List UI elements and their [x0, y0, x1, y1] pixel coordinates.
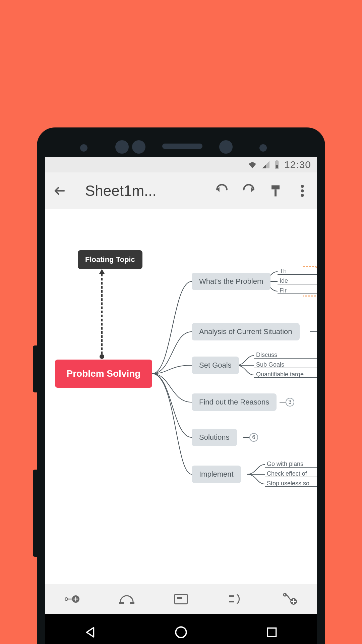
clock-text: 12:30	[284, 159, 311, 170]
node-leaf[interactable]: Discuss	[256, 352, 277, 359]
mindmap-canvas[interactable]: Floating Topic Problem Solving What's th…	[45, 209, 317, 584]
node-branch[interactable]: Solutions	[192, 429, 237, 446]
phone-sensors	[45, 136, 317, 157]
more-menu-button[interactable]	[293, 181, 312, 200]
document-title: Sheet1m...	[85, 182, 157, 199]
redo-button[interactable]	[239, 181, 258, 200]
wifi-icon	[248, 161, 257, 168]
phone-power-button	[33, 345, 37, 392]
collapsed-count-badge[interactable]: 3	[286, 398, 294, 407]
svg-rect-24	[175, 594, 187, 604]
signal-icon	[261, 161, 269, 168]
node-branch[interactable]: Implement	[192, 466, 241, 483]
collapsed-count-badge[interactable]: 6	[249, 433, 258, 442]
node-label: Problem Solving	[67, 368, 141, 379]
node-branch[interactable]: What's the Problem	[192, 273, 270, 290]
node-label: Floating Topic	[85, 255, 135, 264]
svg-point-7	[301, 194, 304, 197]
node-label: Analysis of Current Situation	[199, 327, 292, 336]
relationship-line[interactable]	[101, 274, 103, 354]
relationship-arrowhead	[99, 269, 105, 274]
add-summary-button[interactable]	[226, 590, 245, 608]
relationship-endpoint	[100, 354, 104, 359]
add-relationship-button[interactable]	[117, 590, 136, 608]
svg-rect-25	[177, 597, 182, 599]
phone-volume-button	[33, 470, 37, 557]
node-label: Implement	[199, 470, 234, 479]
node-leaf[interactable]: Sub Goals	[256, 361, 284, 368]
summary-bracket[interactable]	[303, 266, 317, 297]
svg-point-6	[301, 190, 304, 193]
node-branch[interactable]: Set Goals	[192, 357, 239, 374]
node-label: Set Goals	[199, 361, 232, 370]
nav-home-button[interactable]	[172, 623, 190, 642]
screen: 12:30 Sheet1m...	[45, 157, 317, 614]
node-leaf[interactable]: Fir	[280, 287, 287, 294]
node-label: Solutions	[199, 433, 230, 442]
node-label: What's the Problem	[199, 277, 263, 286]
node-floating-topic[interactable]: Floating Topic	[78, 250, 142, 269]
android-nav-bar	[45, 614, 317, 644]
node-root[interactable]: Problem Solving	[55, 360, 152, 388]
add-subtopic-button[interactable]	[63, 590, 81, 608]
battery-icon	[274, 160, 280, 169]
phone-frame: 12:30 Sheet1m...	[37, 127, 325, 644]
node-label: Find out the Reasons	[199, 398, 269, 407]
svg-rect-26	[229, 595, 234, 597]
nav-recent-button[interactable]	[262, 623, 281, 642]
svg-rect-23	[130, 602, 134, 604]
badge-count: 6	[252, 434, 255, 440]
app-bar: Sheet1m...	[45, 172, 317, 209]
svg-point-30	[176, 627, 186, 638]
svg-rect-27	[229, 601, 234, 602]
nav-back-button[interactable]	[81, 623, 100, 642]
undo-button[interactable]	[213, 181, 231, 200]
node-branch[interactable]: Analysis of Current Situation	[192, 323, 300, 340]
svg-rect-3	[272, 185, 280, 190]
bottom-toolbar	[45, 584, 317, 614]
node-leaf[interactable]: Quantifiable targe	[256, 371, 304, 378]
svg-rect-22	[119, 602, 124, 604]
node-leaf[interactable]: Stop useless so	[267, 480, 309, 487]
node-leaf[interactable]: Ide	[280, 277, 288, 284]
svg-rect-2	[276, 165, 278, 168]
format-button[interactable]	[266, 181, 285, 200]
svg-rect-31	[267, 628, 276, 636]
add-boundary-button[interactable]	[172, 590, 190, 608]
node-leaf[interactable]: Check effect of	[267, 470, 307, 477]
svg-point-5	[301, 185, 304, 188]
back-button[interactable]	[50, 181, 69, 200]
add-floating-topic-button[interactable]	[281, 590, 299, 608]
node-leaf[interactable]: Go with plans	[267, 461, 303, 468]
node-branch[interactable]: Find out the Reasons	[192, 393, 277, 411]
svg-rect-4	[275, 190, 277, 197]
svg-point-19	[65, 598, 68, 600]
svg-rect-1	[276, 160, 278, 161]
badge-count: 3	[289, 399, 292, 405]
node-leaf[interactable]: Th	[280, 268, 287, 275]
status-bar: 12:30	[45, 157, 317, 172]
